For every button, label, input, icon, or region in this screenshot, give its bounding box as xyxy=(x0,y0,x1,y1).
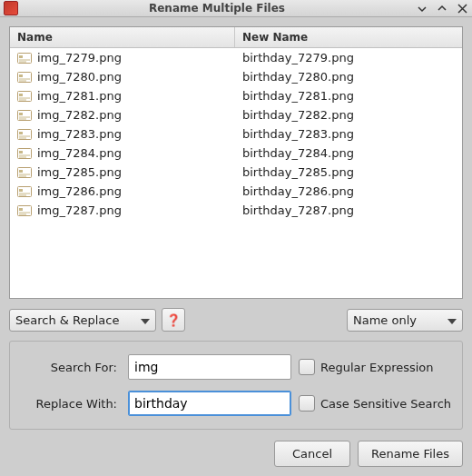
search-input[interactable] xyxy=(128,354,291,380)
rename-dialog: Rename Multiple Files Name New Name img_… xyxy=(0,0,472,476)
dialog-buttons: Cancel Rename Files xyxy=(9,439,463,467)
file-newname: birthday_7279.png xyxy=(242,51,354,64)
table-row[interactable]: img_7286.pngbirthday_7286.png xyxy=(10,182,462,201)
file-icon xyxy=(17,167,32,178)
file-icon xyxy=(17,72,32,83)
file-list[interactable]: Name New Name img_7279.pngbirthday_7279.… xyxy=(9,26,463,299)
file-name: img_7285.png xyxy=(37,165,122,179)
file-name: img_7282.png xyxy=(37,108,122,122)
regex-label: Regular Expression xyxy=(320,361,434,374)
file-icon xyxy=(17,129,32,140)
svg-rect-17 xyxy=(19,208,23,211)
content-area: Name New Name img_7279.pngbirthday_7279.… xyxy=(0,17,472,476)
file-icon xyxy=(17,186,32,197)
svg-rect-1 xyxy=(19,55,23,58)
search-for-label: Search For: xyxy=(21,361,121,374)
file-newname: birthday_7282.png xyxy=(242,108,354,122)
case-sensitive-label: Case Sensitive Search xyxy=(320,397,451,411)
case-sensitive-checkbox[interactable]: Case Sensitive Search xyxy=(299,395,451,412)
table-row[interactable]: img_7281.pngbirthday_7281.png xyxy=(10,86,462,105)
svg-rect-7 xyxy=(19,113,23,115)
file-newname: birthday_7284.png xyxy=(242,146,354,160)
search-replace-form: Search For: Regular Expression Replace W… xyxy=(9,341,463,430)
replace-with-label: Replace With: xyxy=(21,397,121,411)
file-name: img_7287.png xyxy=(37,203,122,217)
file-name: img_7286.png xyxy=(37,184,122,198)
table-row[interactable]: img_7280.pngbirthday_7280.png xyxy=(10,67,462,86)
svg-rect-3 xyxy=(19,74,23,77)
scope-selector[interactable]: Name only xyxy=(347,309,463,332)
maximize-icon[interactable] xyxy=(436,2,448,15)
cancel-button[interactable]: Cancel xyxy=(274,441,350,467)
app-icon xyxy=(4,1,18,15)
column-header-name[interactable]: Name xyxy=(10,27,235,47)
mode-row: Search & Replace ❓ Name only xyxy=(9,308,463,332)
regex-checkbox[interactable]: Regular Expression xyxy=(299,359,451,375)
file-name: img_7280.png xyxy=(37,70,122,84)
file-icon xyxy=(17,148,32,159)
file-name: img_7281.png xyxy=(37,89,122,103)
rename-button[interactable]: Rename Files xyxy=(358,441,463,467)
mode-selector-label: Search & Replace xyxy=(15,313,120,327)
checkbox-icon xyxy=(299,395,315,412)
svg-rect-15 xyxy=(19,189,23,192)
chevron-down-icon xyxy=(447,313,457,327)
window-controls xyxy=(416,2,468,15)
close-icon[interactable] xyxy=(456,2,468,15)
svg-rect-5 xyxy=(19,94,23,96)
file-newname: birthday_7286.png xyxy=(242,184,354,198)
mode-selector[interactable]: Search & Replace xyxy=(9,309,156,332)
file-icon xyxy=(17,205,32,216)
svg-rect-9 xyxy=(19,132,23,134)
titlebar: Rename Multiple Files xyxy=(0,0,472,17)
table-row[interactable]: img_7285.pngbirthday_7285.png xyxy=(10,163,462,182)
minimize-icon[interactable] xyxy=(416,2,428,15)
svg-rect-13 xyxy=(19,170,23,173)
help-icon: ❓ xyxy=(166,313,181,327)
scope-selector-label: Name only xyxy=(353,313,417,327)
file-icon xyxy=(17,91,32,102)
file-icon xyxy=(17,110,32,121)
table-row[interactable]: img_7284.pngbirthday_7284.png xyxy=(10,144,462,163)
column-header-newname[interactable]: New Name xyxy=(235,27,462,47)
file-name: img_7284.png xyxy=(37,146,122,160)
file-newname: birthday_7281.png xyxy=(242,89,354,103)
checkbox-icon xyxy=(299,359,315,375)
table-row[interactable]: img_7279.pngbirthday_7279.png xyxy=(10,48,462,67)
file-newname: birthday_7285.png xyxy=(242,165,354,179)
file-icon xyxy=(17,53,32,64)
table-row[interactable]: img_7283.pngbirthday_7283.png xyxy=(10,124,462,144)
file-name: img_7283.png xyxy=(37,127,122,141)
file-name: img_7279.png xyxy=(37,51,122,64)
file-newname: birthday_7283.png xyxy=(242,127,354,141)
table-row[interactable]: img_7287.pngbirthday_7287.png xyxy=(10,201,462,220)
replace-input[interactable] xyxy=(128,391,291,416)
chevron-down-icon xyxy=(141,313,150,327)
table-row[interactable]: img_7282.pngbirthday_7282.png xyxy=(10,105,462,124)
file-newname: birthday_7280.png xyxy=(242,70,354,84)
file-newname: birthday_7287.png xyxy=(242,203,354,217)
svg-rect-11 xyxy=(19,151,23,154)
help-button[interactable]: ❓ xyxy=(162,308,185,332)
list-header: Name New Name xyxy=(10,27,462,48)
window-title: Rename Multiple Files xyxy=(24,2,410,15)
